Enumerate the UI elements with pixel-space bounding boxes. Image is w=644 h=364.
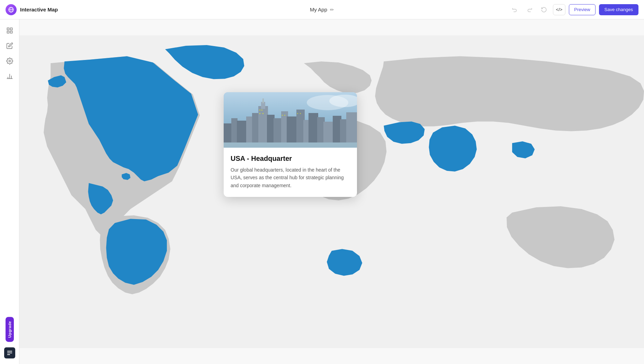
svg-rect-6 xyxy=(10,31,12,33)
svg-rect-14 xyxy=(7,354,10,355)
svg-rect-4 xyxy=(10,28,12,30)
svg-rect-12 xyxy=(7,351,12,352)
svg-rect-24 xyxy=(258,106,268,148)
svg-rect-13 xyxy=(7,353,12,353)
sidebar-item-grid[interactable] xyxy=(3,24,17,37)
svg-rect-43 xyxy=(262,113,263,114)
sidebar-item-chart[interactable] xyxy=(3,69,17,83)
myapp-title: My App xyxy=(310,7,327,12)
app-logo xyxy=(6,4,17,15)
redo-button[interactable] xyxy=(524,4,535,15)
sidebar: Upgrade xyxy=(0,19,19,364)
map-area[interactable]: USA - Headquarter Our global headquarter… xyxy=(19,19,644,364)
svg-rect-44 xyxy=(282,115,283,116)
svg-rect-45 xyxy=(284,115,285,116)
popup-description: Our global headquarters, located in the … xyxy=(231,166,350,189)
svg-rect-40 xyxy=(259,110,260,111)
svg-rect-39 xyxy=(224,142,357,148)
sidebar-item-edit[interactable] xyxy=(3,39,17,53)
svg-rect-38 xyxy=(346,112,357,148)
app-name-label: Interactive Map xyxy=(20,7,58,12)
svg-rect-3 xyxy=(7,28,9,30)
svg-rect-41 xyxy=(261,110,262,111)
preview-button[interactable]: Preview xyxy=(569,4,595,15)
popup-title: USA - Headquarter xyxy=(231,155,350,163)
topbar-center: My App ✏ xyxy=(310,7,334,12)
sidebar-logo-bottom xyxy=(4,347,15,358)
svg-rect-26 xyxy=(262,98,264,103)
topbar-right: </> Preview Save changes xyxy=(338,4,638,15)
svg-point-7 xyxy=(9,60,10,62)
sidebar-item-settings[interactable] xyxy=(3,54,17,68)
topbar-left: Interactive Map xyxy=(6,4,306,15)
topbar-edit-icon[interactable]: ✏ xyxy=(330,7,334,12)
upgrade-button[interactable]: Upgrade xyxy=(6,317,14,342)
svg-rect-5 xyxy=(7,31,9,33)
code-button[interactable]: </> xyxy=(553,4,566,15)
sidebar-bottom: Upgrade xyxy=(4,317,15,360)
undo-button[interactable] xyxy=(509,4,520,15)
svg-rect-42 xyxy=(259,113,260,114)
topbar: Interactive Map My App ✏ </> Preview Sav… xyxy=(0,0,644,19)
restore-button[interactable] xyxy=(538,4,549,15)
popup-image xyxy=(224,92,357,148)
popup-card: USA - Headquarter Our global headquarter… xyxy=(224,92,357,197)
popup-content: USA - Headquarter Our global headquarter… xyxy=(224,148,357,197)
svg-rect-46 xyxy=(297,113,298,114)
svg-rect-47 xyxy=(300,113,301,114)
save-button[interactable]: Save changes xyxy=(599,4,638,15)
main-layout: Upgrade xyxy=(0,19,644,364)
